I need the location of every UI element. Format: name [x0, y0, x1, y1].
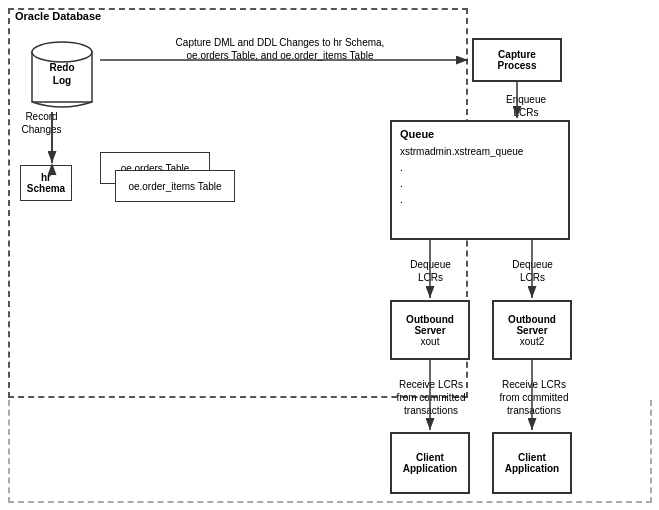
- queue-dot3: .: [400, 194, 403, 205]
- redo-log: RedoLog: [28, 38, 96, 110]
- oracle-db-label: Oracle Database: [12, 10, 104, 22]
- annotation-record-changes: Record Changes: [14, 110, 69, 136]
- outbound-server-xout: OutboundServer xout: [390, 300, 470, 360]
- queue-name: xstrmadmin.xstream_queue: [400, 146, 523, 157]
- svg-point-1: [32, 42, 92, 62]
- annotation-dequeue1: Dequeue LCRs: [398, 258, 463, 284]
- client-app1-label: Client Application: [403, 452, 457, 474]
- queue-box: Queue xstrmadmin.xstream_queue . . .: [390, 120, 570, 240]
- outbound-xout-name: xout: [421, 336, 440, 347]
- queue-dot1: .: [400, 162, 403, 173]
- queue-dot2: .: [400, 178, 403, 189]
- capture-process-label: CaptureProcess: [498, 49, 537, 71]
- outbound-xout2-label: OutboundServer: [508, 314, 556, 336]
- annotation-dequeue2: Dequeue LCRs: [500, 258, 565, 284]
- annotation-receive1: Receive LCRs from committed transactions: [392, 378, 470, 417]
- annotation-receive2: Receive LCRs from committed transactions: [495, 378, 573, 417]
- queue-title: Queue: [400, 128, 560, 140]
- capture-process-box: CaptureProcess: [472, 38, 562, 82]
- client-application-1: Client Application: [390, 432, 470, 494]
- hr-schema-label: hr Schema: [27, 172, 65, 194]
- hr-schema-box: hr Schema: [20, 165, 72, 201]
- diagram-container: Oracle Database RedoLog hr Schema oe.ord…: [0, 0, 659, 510]
- annotation-enqueue: Enqueue LCRs: [496, 93, 556, 119]
- oe-order-items-box: oe.order_items Table: [115, 170, 235, 202]
- client-application-2: Client Application: [492, 432, 572, 494]
- annotation-capture-dml: Capture DML and DDL Changes to hr Schema…: [100, 36, 460, 62]
- oe-order-items-label: oe.order_items Table: [128, 181, 221, 192]
- outbound-xout2-name: xout2: [520, 336, 544, 347]
- outbound-xout-label: OutboundServer: [406, 314, 454, 336]
- queue-content: xstrmadmin.xstream_queue . . .: [400, 144, 560, 208]
- outbound-server-xout2: OutboundServer xout2: [492, 300, 572, 360]
- client-app2-label: Client Application: [505, 452, 559, 474]
